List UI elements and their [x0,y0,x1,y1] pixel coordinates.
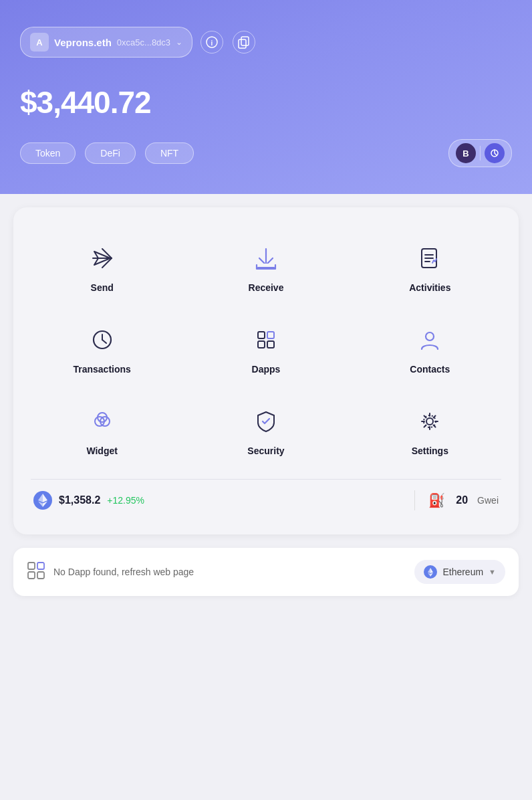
action-grid: Send Receive [20,227,512,472]
svg-rect-27 [28,563,35,569]
tab-defi[interactable]: DeFi [85,142,136,164]
network-selector[interactable]: Ethereum ▼ [414,560,505,584]
svg-rect-17 [258,332,265,338]
svg-rect-28 [37,563,44,569]
activities-button[interactable]: Activities [348,227,512,309]
header-icons: i [201,31,255,54]
receive-icon [249,241,283,276]
contacts-button[interactable]: Contacts [348,309,512,391]
dapps-button[interactable]: Dapps [184,309,348,391]
widget-label: Widget [86,445,118,456]
wallet-name: Veprons.eth [54,37,112,48]
send-icon [85,241,120,276]
no-dapp-text: No Dapp found, refresh web page [53,567,194,577]
settings-label: Settings [412,445,448,456]
eth-price: $1,358.2 [59,494,100,506]
transactions-label: Transactions [73,364,130,375]
dapp-info: No Dapp found, refresh web page [27,561,194,583]
widget-button[interactable]: Widget [20,391,184,472]
dapps-icon [249,322,283,357]
dapps-label: Dapps [252,364,281,375]
receive-button[interactable]: Receive [184,227,348,309]
svg-rect-19 [258,341,265,348]
network-eth-logo [424,565,437,579]
stats-vertical-divider [414,490,415,510]
contacts-label: Contacts [410,364,450,375]
info-button[interactable]: i [201,31,223,54]
send-label: Send [91,282,114,293]
dropdown-arrow-icon: ▼ [489,568,496,576]
security-button[interactable]: Security [184,391,348,472]
address-bar: A Veprons.eth 0xca5c...8dc3 ⌄ i [20,27,512,58]
wallet-address: 0xca5c...8dc3 [117,37,170,47]
svg-point-21 [426,332,434,340]
transactions-button[interactable]: Transactions [20,309,184,391]
svg-point-25 [426,418,433,425]
network-name: Ethereum [442,567,483,577]
clock-icon [85,322,120,357]
brand-divider [480,146,481,161]
eth-logo [33,491,52,510]
stats-row: $1,358.2 +12.95% ⛽ 20 Gwei [20,480,512,521]
tab-token[interactable]: Token [20,142,76,164]
svg-text:i: i [211,39,213,47]
security-label: Security [247,445,284,456]
copy-button[interactable] [233,31,255,54]
svg-rect-30 [37,572,44,579]
settings-icon [412,404,447,439]
brand-icons: B [448,139,512,167]
main-card: Send Receive [13,207,519,534]
gas-pump-icon: ⛽ [428,492,445,508]
widget-icon [85,404,120,439]
eth-change: +12.95% [107,495,144,506]
svg-rect-20 [267,341,274,348]
tab-nft[interactable]: NFT [145,142,194,164]
activities-icon [412,241,447,276]
svg-rect-3 [239,39,246,48]
bottom-bar: No Dapp found, refresh web page Ethereum… [13,548,519,596]
svg-line-16 [102,340,106,343]
balance-display: $3,440.72 [20,84,512,120]
avatar: A [30,33,49,52]
receive-label: Receive [249,282,284,293]
svg-rect-29 [28,572,35,579]
gas-value: 20 [456,494,468,506]
chevron-down-icon: ⌄ [176,37,182,47]
brand-chart-icon[interactable] [485,143,505,163]
dapps-small-icon [27,561,45,583]
security-icon [249,404,283,439]
header: A Veprons.eth 0xca5c...8dc3 ⌄ i $3,440.7… [0,0,532,194]
wallet-selector[interactable]: A Veprons.eth 0xca5c...8dc3 ⌄ [20,27,192,58]
brand-b-icon[interactable]: B [456,143,476,163]
settings-button[interactable]: Settings [348,391,512,472]
tab-row: Token DeFi NFT B [20,139,512,167]
gas-unit: Gwei [477,495,499,506]
activities-label: Activities [409,282,450,293]
contacts-icon [412,322,447,357]
svg-rect-18 [267,332,274,338]
send-button[interactable]: Send [20,227,184,309]
